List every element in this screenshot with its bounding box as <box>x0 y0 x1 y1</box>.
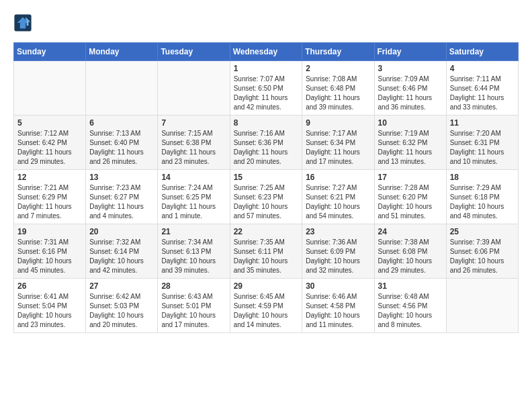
day-info: Sunrise: 7:28 AM Sunset: 6:20 PM Dayligh… <box>378 183 443 221</box>
day-number: 22 <box>234 227 299 236</box>
day-number: 23 <box>306 227 370 236</box>
day-info: Sunrise: 6:46 AM Sunset: 4:58 PM Dayligh… <box>306 292 370 330</box>
day-info: Sunrise: 7:13 AM Sunset: 6:40 PM Dayligh… <box>89 129 154 167</box>
calendar-header-row: SundayMondayTuesdayWednesdayThursdayFrid… <box>14 43 519 61</box>
day-number: 7 <box>161 118 226 128</box>
calendar-cell: 2Sunrise: 7:08 AM Sunset: 6:48 PM Daylig… <box>302 61 374 116</box>
day-number: 17 <box>378 173 443 182</box>
day-info: Sunrise: 7:35 AM Sunset: 6:11 PM Dayligh… <box>234 238 299 275</box>
calendar-cell: 24Sunrise: 7:38 AM Sunset: 6:08 PM Dayli… <box>374 224 446 279</box>
calendar-cell: 11Sunrise: 7:20 AM Sunset: 6:31 PM Dayli… <box>446 116 518 170</box>
day-info: Sunrise: 7:34 AM Sunset: 6:13 PM Dayligh… <box>161 238 226 275</box>
day-number: 28 <box>161 281 226 291</box>
day-info: Sunrise: 7:32 AM Sunset: 6:14 PM Dayligh… <box>89 238 154 275</box>
day-info: Sunrise: 6:45 AM Sunset: 4:59 PM Dayligh… <box>234 292 299 330</box>
day-info: Sunrise: 6:48 AM Sunset: 4:56 PM Dayligh… <box>378 292 443 330</box>
calendar-cell: 23Sunrise: 7:36 AM Sunset: 6:09 PM Dayli… <box>302 224 374 279</box>
calendar-cell <box>14 61 86 116</box>
day-info: Sunrise: 7:29 AM Sunset: 6:18 PM Dayligh… <box>450 183 515 221</box>
calendar-cell: 13Sunrise: 7:23 AM Sunset: 6:27 PM Dayli… <box>86 170 158 224</box>
day-number: 10 <box>378 118 443 128</box>
weekday-header: Saturday <box>446 43 518 61</box>
day-number: 27 <box>89 281 154 291</box>
calendar-cell: 7Sunrise: 7:15 AM Sunset: 6:38 PM Daylig… <box>158 116 230 170</box>
weekday-header: Thursday <box>302 43 374 61</box>
calendar-cell: 8Sunrise: 7:16 AM Sunset: 6:36 PM Daylig… <box>230 116 302 170</box>
day-number: 3 <box>378 64 443 73</box>
day-info: Sunrise: 7:07 AM Sunset: 6:50 PM Dayligh… <box>234 75 299 112</box>
day-info: Sunrise: 7:24 AM Sunset: 6:25 PM Dayligh… <box>161 183 226 221</box>
day-info: Sunrise: 7:31 AM Sunset: 6:16 PM Dayligh… <box>17 238 82 275</box>
day-info: Sunrise: 7:09 AM Sunset: 6:46 PM Dayligh… <box>378 75 443 112</box>
day-number: 31 <box>378 281 443 291</box>
calendar-cell <box>86 61 158 116</box>
day-number: 18 <box>450 173 515 182</box>
day-info: Sunrise: 7:36 AM Sunset: 6:09 PM Dayligh… <box>306 238 370 275</box>
weekday-header: Tuesday <box>158 43 230 61</box>
calendar-cell: 1Sunrise: 7:07 AM Sunset: 6:50 PM Daylig… <box>230 61 302 116</box>
calendar-cell: 10Sunrise: 7:19 AM Sunset: 6:32 PM Dayli… <box>374 116 446 170</box>
day-number: 14 <box>161 173 226 182</box>
day-number: 11 <box>450 118 515 128</box>
calendar-cell <box>158 61 230 116</box>
day-info: Sunrise: 7:17 AM Sunset: 6:34 PM Dayligh… <box>306 129 370 167</box>
calendar-cell: 29Sunrise: 6:45 AM Sunset: 4:59 PM Dayli… <box>230 279 302 333</box>
weekday-header: Monday <box>86 43 158 61</box>
day-number: 4 <box>450 64 515 73</box>
day-number: 24 <box>378 227 443 236</box>
weekday-header: Sunday <box>14 43 86 61</box>
calendar-cell <box>446 279 518 333</box>
day-info: Sunrise: 7:16 AM Sunset: 6:36 PM Dayligh… <box>234 129 299 167</box>
day-number: 26 <box>17 281 82 291</box>
day-number: 15 <box>234 173 299 182</box>
day-number: 13 <box>89 173 154 182</box>
calendar-cell: 25Sunrise: 7:39 AM Sunset: 6:06 PM Dayli… <box>446 224 518 279</box>
day-info: Sunrise: 7:23 AM Sunset: 6:27 PM Dayligh… <box>89 183 154 221</box>
calendar-cell: 20Sunrise: 7:32 AM Sunset: 6:14 PM Dayli… <box>86 224 158 279</box>
day-number: 21 <box>161 227 226 236</box>
day-number: 2 <box>306 64 370 73</box>
logo-icon <box>13 13 32 32</box>
calendar-cell: 6Sunrise: 7:13 AM Sunset: 6:40 PM Daylig… <box>86 116 158 170</box>
day-info: Sunrise: 7:27 AM Sunset: 6:21 PM Dayligh… <box>306 183 370 221</box>
day-info: Sunrise: 7:19 AM Sunset: 6:32 PM Dayligh… <box>378 129 443 167</box>
calendar-week-row: 1Sunrise: 7:07 AM Sunset: 6:50 PM Daylig… <box>14 61 519 116</box>
day-number: 6 <box>89 118 154 128</box>
calendar-cell: 9Sunrise: 7:17 AM Sunset: 6:34 PM Daylig… <box>302 116 374 170</box>
calendar-cell: 22Sunrise: 7:35 AM Sunset: 6:11 PM Dayli… <box>230 224 302 279</box>
calendar-cell: 5Sunrise: 7:12 AM Sunset: 6:42 PM Daylig… <box>14 116 86 170</box>
calendar-week-row: 19Sunrise: 7:31 AM Sunset: 6:16 PM Dayli… <box>14 224 519 279</box>
calendar-week-row: 5Sunrise: 7:12 AM Sunset: 6:42 PM Daylig… <box>14 116 519 170</box>
day-number: 20 <box>89 227 154 236</box>
day-number: 9 <box>306 118 370 128</box>
day-number: 5 <box>17 118 82 128</box>
calendar-cell: 27Sunrise: 6:42 AM Sunset: 5:03 PM Dayli… <box>86 279 158 333</box>
calendar-cell: 15Sunrise: 7:25 AM Sunset: 6:23 PM Dayli… <box>230 170 302 224</box>
calendar-cell: 16Sunrise: 7:27 AM Sunset: 6:21 PM Dayli… <box>302 170 374 224</box>
calendar-cell: 18Sunrise: 7:29 AM Sunset: 6:18 PM Dayli… <box>446 170 518 224</box>
calendar-cell: 17Sunrise: 7:28 AM Sunset: 6:20 PM Dayli… <box>374 170 446 224</box>
day-info: Sunrise: 6:43 AM Sunset: 5:01 PM Dayligh… <box>161 292 226 330</box>
day-number: 16 <box>306 173 370 182</box>
day-info: Sunrise: 7:21 AM Sunset: 6:29 PM Dayligh… <box>17 183 82 221</box>
calendar-cell: 30Sunrise: 6:46 AM Sunset: 4:58 PM Dayli… <box>302 279 374 333</box>
day-number: 8 <box>234 118 299 128</box>
weekday-header: Wednesday <box>230 43 302 61</box>
calendar-table: SundayMondayTuesdayWednesdayThursdayFrid… <box>13 42 519 333</box>
calendar-week-row: 26Sunrise: 6:41 AM Sunset: 5:04 PM Dayli… <box>14 279 519 333</box>
day-info: Sunrise: 6:42 AM Sunset: 5:03 PM Dayligh… <box>89 292 154 330</box>
day-number: 1 <box>234 64 299 73</box>
calendar-cell: 3Sunrise: 7:09 AM Sunset: 6:46 PM Daylig… <box>374 61 446 116</box>
day-info: Sunrise: 7:11 AM Sunset: 6:44 PM Dayligh… <box>450 75 515 112</box>
day-info: Sunrise: 7:38 AM Sunset: 6:08 PM Dayligh… <box>378 238 443 275</box>
day-number: 25 <box>450 227 515 236</box>
calendar-week-row: 12Sunrise: 7:21 AM Sunset: 6:29 PM Dayli… <box>14 170 519 224</box>
day-info: Sunrise: 7:08 AM Sunset: 6:48 PM Dayligh… <box>306 75 370 112</box>
calendar-cell: 26Sunrise: 6:41 AM Sunset: 5:04 PM Dayli… <box>14 279 86 333</box>
calendar-cell: 31Sunrise: 6:48 AM Sunset: 4:56 PM Dayli… <box>374 279 446 333</box>
calendar-cell: 4Sunrise: 7:11 AM Sunset: 6:44 PM Daylig… <box>446 61 518 116</box>
day-info: Sunrise: 7:39 AM Sunset: 6:06 PM Dayligh… <box>450 238 515 275</box>
day-number: 29 <box>234 281 299 291</box>
day-number: 30 <box>306 281 370 291</box>
calendar-cell: 21Sunrise: 7:34 AM Sunset: 6:13 PM Dayli… <box>158 224 230 279</box>
